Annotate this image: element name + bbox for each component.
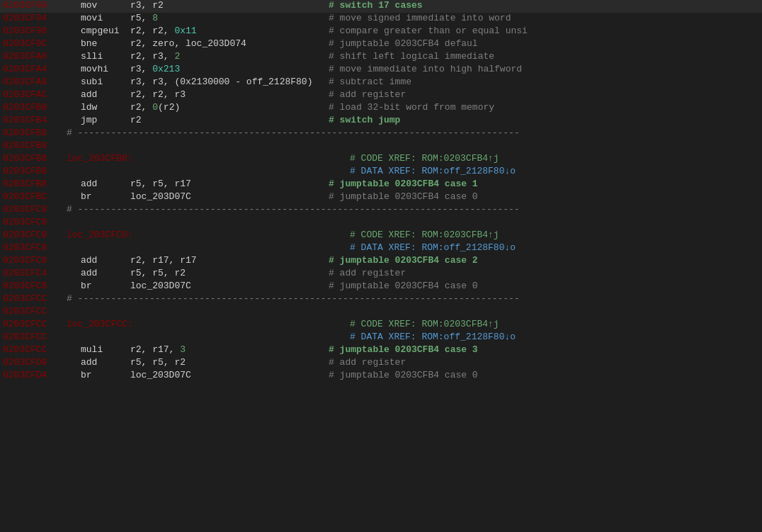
- code-line: 0203CFC0 add r2, r17, r17 # jumptable 02…: [0, 255, 762, 268]
- operands: r3, r3, (0x2130000 - off_2128F80): [130, 77, 329, 87]
- xref-data-line: 0203CFB8 # DATA XREF: ROM:off_2128F80↓o: [0, 166, 762, 179]
- operands: r5, 8: [130, 13, 329, 23]
- code-line: 0203CFC4 add r5, r5, r2 # add register: [0, 268, 762, 281]
- loc-label: loc_203CFCC:: [67, 319, 152, 329]
- mnemonic: br: [67, 370, 130, 380]
- mnemonic: add: [67, 89, 130, 100]
- mnemonic: jmp: [67, 115, 130, 125]
- mnemonic: br: [67, 281, 130, 291]
- code-line: 0203CF9C bne r2, zero, loc_203D074 # jum…: [0, 38, 762, 51]
- separator-text: # --------------------------------------…: [67, 204, 520, 215]
- xref-code: # CODE XREF: ROM:0203CFB4↑j: [350, 230, 499, 240]
- address: 0203CFB8: [3, 166, 67, 176]
- loc-label-line: 0203CFCC loc_203CFCC: # CODE XREF: ROM:0…: [0, 319, 762, 332]
- address: 0203CFCC: [3, 332, 67, 342]
- mnemonic: add: [67, 357, 130, 368]
- comment: # subtract imme: [329, 77, 411, 87]
- operands: r3, 0x213: [130, 64, 329, 74]
- address: 0203CFB0: [3, 102, 67, 113]
- operands: loc_203D07C: [130, 191, 329, 202]
- empty-line: 0203CFC0: [0, 217, 762, 230]
- loc-label-line: 0203CFB8 loc_203CFB8: # CODE XREF: ROM:0…: [0, 153, 762, 166]
- address: 0203CFC0: [3, 217, 67, 227]
- address: 0203CFAC: [3, 89, 67, 100]
- code-line: 0203CFD4 br loc_203D07C # jumptable 0203…: [0, 370, 762, 383]
- mnemonic: add: [67, 255, 130, 266]
- code-view: 0203CF90 mov r3, r2 # switch 17 cases 02…: [0, 0, 762, 383]
- code-line: 0203CFB4 jmp r2 # switch jump: [0, 115, 762, 128]
- address: 0203CFC0: [3, 242, 67, 253]
- number: 0: [152, 102, 158, 113]
- code-line: 0203CFBC br loc_203D07C # jumptable 0203…: [0, 191, 762, 204]
- operands: r2, r2, 0x11: [130, 26, 329, 36]
- xref-code: # CODE XREF: ROM:0203CFB4↑j: [350, 319, 499, 329]
- mnemonic: ldw: [67, 102, 130, 113]
- mnemonic: movhi: [67, 64, 130, 74]
- address: 0203CFB8: [3, 140, 67, 151]
- comment: # jumptable 0203CFB4 defaul: [329, 38, 478, 49]
- comment: # add register: [329, 357, 406, 368]
- address: 0203CFA8: [3, 77, 67, 87]
- separator-text: # --------------------------------------…: [67, 128, 520, 138]
- comment: # jumptable 0203CFB4 case 0: [329, 281, 478, 291]
- address: 0203CFC0: [3, 230, 67, 240]
- address: 0203CFD0: [3, 357, 67, 368]
- address: 0203CFCC: [3, 319, 67, 329]
- address: 0203CFA4: [3, 64, 67, 74]
- mnemonic: add: [67, 179, 130, 189]
- operands: r2: [130, 115, 329, 125]
- address: 0203CFC0: [3, 204, 67, 215]
- number: 3: [180, 344, 186, 355]
- operands: r2, r3, 2: [130, 51, 329, 62]
- address: 0203CF90: [3, 0, 67, 11]
- code-line: 0203CFA8 subi r3, r3, (0x2130000 - off_2…: [0, 77, 762, 89]
- address: 0203CFC8: [3, 281, 67, 291]
- xref-data: # DATA XREF: ROM:off_2128F80↓o: [350, 332, 516, 342]
- comment: # switch jump: [329, 115, 400, 125]
- code-line: 0203CFB8 add r5, r5, r17 # jumptable 020…: [0, 179, 762, 191]
- code-line: 0203CFAC add r2, r2, r3 # add register: [0, 89, 762, 102]
- comment: # compare greater than or equal unsi: [329, 26, 528, 36]
- code-line: 0203CFA4 movhi r3, 0x213 # move immediat…: [0, 64, 762, 77]
- mnemonic: movi: [67, 13, 130, 23]
- address: 0203CF98: [3, 26, 67, 36]
- operands: r2, r2, r3: [130, 89, 329, 100]
- comment: # jumptable 0203CFB4 case 3: [329, 344, 478, 355]
- address: 0203CF9C: [3, 38, 67, 49]
- address: 0203CFC0: [3, 255, 67, 266]
- address: 0203CFD4: [3, 370, 67, 380]
- operands: loc_203D07C: [130, 370, 329, 380]
- code-line: 0203CFC8 br loc_203D07C # jumptable 0203…: [0, 281, 762, 293]
- mnemonic: muli: [67, 344, 130, 355]
- mnemonic: add: [67, 268, 130, 278]
- mnemonic: slli: [67, 51, 130, 62]
- code-line: 0203CFCC muli r2, r17, 3 # jumptable 020…: [0, 344, 762, 357]
- hex-number: 0x11: [174, 26, 196, 36]
- comment: # move immediate into high halfword: [329, 64, 522, 74]
- address: 0203CFB8: [3, 128, 67, 138]
- comment: # jumptable 0203CFB4 case 1: [329, 179, 478, 189]
- operands: loc_203D07C: [130, 281, 329, 291]
- comment: # jumptable 0203CFB4 case 0: [329, 370, 478, 380]
- address: 0203CFCC: [3, 293, 67, 304]
- mnemonic: bne: [67, 38, 130, 49]
- code-line: 0203CF94 movi r5, 8 # move signed immedi…: [0, 13, 762, 26]
- address: 0203CFB8: [3, 179, 67, 189]
- comment: # add register: [329, 89, 406, 100]
- address: 0203CF94: [3, 13, 67, 23]
- mnemonic: subi: [67, 77, 130, 87]
- operands: r5, r5, r2: [130, 268, 329, 278]
- mnemonic: mov: [67, 0, 130, 11]
- number: 2: [174, 51, 180, 62]
- comment: # jumptable 0203CFB4 case 2: [329, 255, 478, 266]
- separator-text: # --------------------------------------…: [67, 293, 520, 304]
- address: 0203CFCC: [3, 344, 67, 355]
- address: 0203CFB4: [3, 115, 67, 125]
- comment: # shift left logical immediate: [329, 51, 494, 62]
- operands: r3, r2: [130, 0, 329, 11]
- code-line: 0203CFD0 add r5, r5, r2 # add register: [0, 357, 762, 370]
- loc-label: loc_203CFB8:: [67, 153, 152, 164]
- address: 0203CFA0: [3, 51, 67, 62]
- hex-number: 0x213: [152, 64, 180, 74]
- operands: r5, r5, r2: [130, 357, 329, 368]
